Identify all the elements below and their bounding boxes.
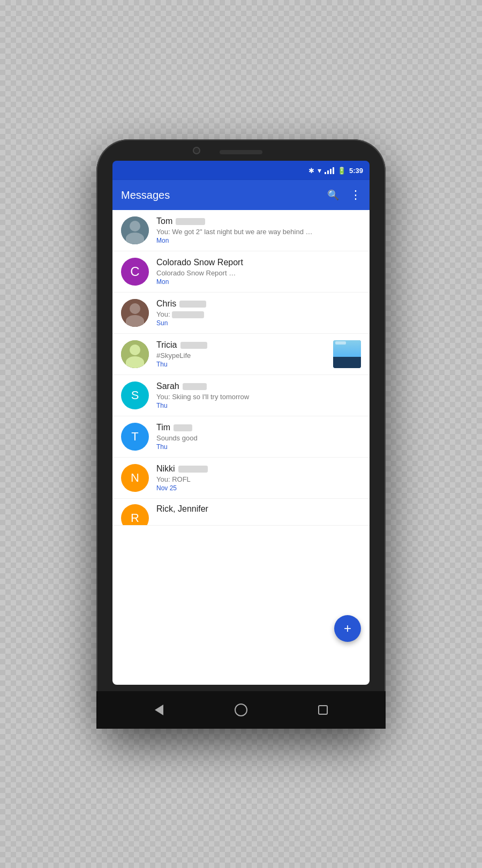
list-item[interactable]: Tricia #SkypeLife Thu: [112, 334, 370, 375]
more-options-icon[interactable]: ⋮: [350, 188, 361, 202]
nav-bar: [96, 691, 386, 729]
name-redacted: [180, 342, 207, 349]
message-content: Tom You: We got 2" last night but we are…: [156, 216, 361, 244]
status-icons: ✱ ▾ 🔋 5:39: [308, 166, 363, 175]
list-item[interactable]: S Sarah You: Skiing so I'll try tomorrow…: [112, 375, 370, 416]
wifi-icon: ▾: [318, 166, 321, 175]
avatar: S: [121, 381, 149, 409]
app-title: Messages: [121, 189, 327, 201]
list-item[interactable]: Chris You: Sun: [112, 293, 370, 334]
message-preview: Sounds good: [156, 434, 361, 442]
message-content: Tim Sounds good Thu: [156, 423, 361, 451]
recents-button[interactable]: [315, 702, 330, 717]
signal-icon: [325, 167, 334, 174]
message-content: Rick, Jennifer: [156, 504, 361, 515]
phone-speaker: [220, 150, 262, 154]
list-item[interactable]: R Rick, Jennifer: [112, 499, 370, 526]
message-time: Thu: [156, 361, 328, 368]
message-time: Mon: [156, 278, 361, 286]
contact-name: Tom: [156, 216, 172, 226]
name-redacted: [179, 301, 206, 308]
message-content: Tricia #SkypeLife Thu: [156, 340, 328, 368]
name-redacted: [183, 383, 207, 390]
search-icon[interactable]: 🔍: [327, 189, 339, 201]
app-bar-actions: 🔍 ⋮: [327, 188, 361, 202]
compose-icon: +: [344, 622, 351, 635]
recents-icon: [318, 705, 328, 715]
back-button[interactable]: [152, 702, 167, 717]
message-thumbnail: [333, 340, 361, 368]
message-preview: #SkypeLife: [156, 351, 328, 360]
contact-name: Sarah: [156, 381, 179, 391]
message-preview: You:: [156, 310, 361, 318]
contact-name: Colorado Snow Report: [156, 258, 243, 267]
message-preview: You: Skiing so I'll try tomorrow: [156, 393, 361, 401]
name-redacted: [178, 466, 208, 473]
home-button[interactable]: [234, 702, 248, 717]
home-icon: [235, 704, 247, 716]
back-icon: [155, 705, 163, 715]
avatar: T: [121, 423, 149, 451]
phone-camera: [193, 147, 200, 154]
status-time: 5:39: [349, 167, 363, 175]
app-bar: Messages 🔍 ⋮: [112, 180, 370, 210]
battery-icon: 🔋: [337, 167, 346, 175]
phone-screen: ✱ ▾ 🔋 5:39 Messages 🔍 ⋮: [112, 161, 370, 685]
avatar: C: [121, 258, 149, 286]
contact-name: Rick, Jennifer: [156, 504, 208, 514]
message-content: Nikki You: ROFL Nov 25: [156, 464, 361, 492]
contact-name: Nikki: [156, 464, 175, 474]
bluetooth-icon: ✱: [308, 167, 314, 175]
contact-name: Chris: [156, 299, 176, 309]
avatar: R: [121, 504, 149, 526]
messages-list: Tom You: We got 2" last night but we are…: [112, 210, 370, 685]
name-redacted: [174, 424, 192, 431]
message-time: Nov 25: [156, 484, 361, 492]
message-content: Colorado Snow Report Colorado Snow Repor…: [156, 258, 361, 286]
message-preview: You: We got 2" last night but we are way…: [156, 228, 361, 236]
list-item[interactable]: T Tim Sounds good Thu: [112, 416, 370, 458]
message-content: Chris You: Sun: [156, 299, 361, 327]
message-content: Sarah You: Skiing so I'll try tomorrow T…: [156, 381, 361, 409]
list-item[interactable]: N Nikki You: ROFL Nov 25: [112, 458, 370, 499]
name-redacted: [176, 218, 205, 225]
contact-name: Tim: [156, 423, 170, 432]
message-time: Mon: [156, 237, 361, 244]
avatar: N: [121, 464, 149, 492]
list-item[interactable]: Tom You: We got 2" last night but we are…: [112, 210, 370, 251]
contact-name: Tricia: [156, 340, 177, 350]
message-time: Sun: [156, 319, 361, 327]
list-item[interactable]: C Colorado Snow Report Colorado Snow Rep…: [112, 251, 370, 293]
message-preview: Colorado Snow Report …: [156, 269, 361, 277]
status-bar: ✱ ▾ 🔋 5:39: [112, 161, 370, 180]
message-time: Thu: [156, 402, 361, 409]
phone-device: ✱ ▾ 🔋 5:39 Messages 🔍 ⋮: [96, 139, 386, 729]
message-time: Thu: [156, 443, 361, 451]
avatar: [121, 299, 149, 327]
avatar: [121, 340, 149, 368]
message-preview: You: ROFL: [156, 475, 361, 483]
compose-fab[interactable]: +: [334, 615, 361, 642]
avatar: [121, 216, 149, 244]
screen-content: Tom You: We got 2" last night but we are…: [112, 210, 370, 685]
